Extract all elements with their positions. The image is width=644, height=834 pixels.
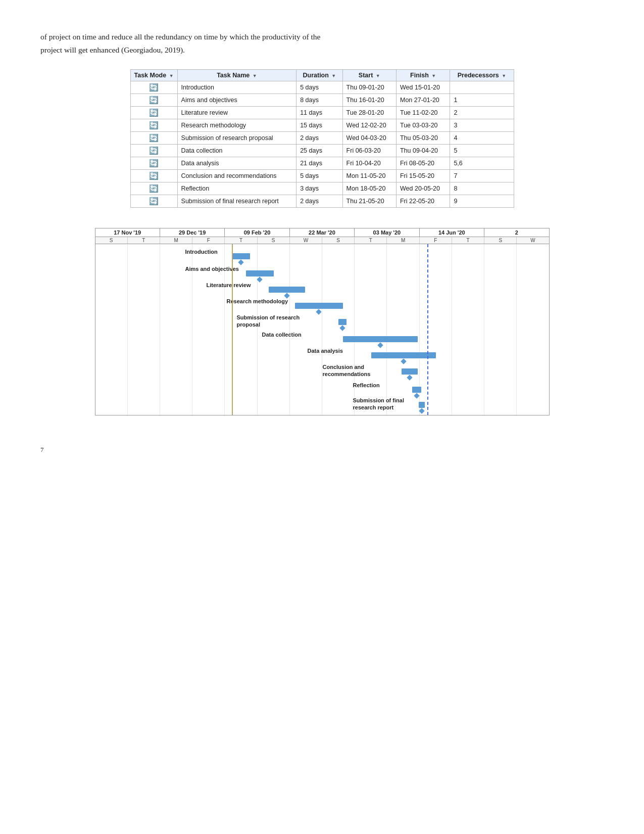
- gantt-day-label: F: [420, 237, 452, 244]
- finish-cell: Tue 03-03-20: [396, 119, 450, 131]
- gantt-bar: [371, 352, 436, 358]
- task-mode-cell: 🔄: [130, 144, 177, 157]
- gantt-vertical-line: [232, 244, 233, 415]
- duration-cell: 25 days: [296, 144, 342, 157]
- finish-cell: Tue 11-02-20: [396, 106, 450, 119]
- gantt-day-label: W: [517, 237, 549, 244]
- table-row: 🔄 Reflection 3 days Mon 18-05-20 Wed 20-…: [130, 182, 514, 195]
- task-mode-cell: 🔄: [130, 119, 177, 131]
- gantt-period-label: 22 Mar '20: [290, 228, 355, 237]
- task-mode-icon: 🔄: [149, 159, 159, 167]
- gantt-day-label: M: [160, 237, 192, 244]
- gantt-milestone: [407, 375, 412, 380]
- task-mode-cell: 🔄: [130, 94, 177, 106]
- gantt-task-label: Introduction: [185, 248, 218, 255]
- intro-paragraph: of project on time and reduce all the re…: [40, 30, 604, 57]
- gantt-day-label: S: [95, 237, 128, 244]
- gantt-chart: 17 Nov '1929 Dec '1909 Feb '2022 Mar '20…: [95, 228, 550, 415]
- task-name-cell: Conclusion and recommendations: [177, 169, 296, 182]
- task-name-cell: Submission of research proposal: [177, 131, 296, 144]
- gantt-bar: [269, 287, 305, 293]
- task-name-cell: Data collection: [177, 144, 296, 157]
- task-mode-icon: 🔄: [149, 184, 159, 192]
- gantt-milestone: [339, 325, 345, 331]
- start-cell: Thu 16-01-20: [342, 94, 396, 106]
- gantt-day-label: M: [387, 237, 419, 244]
- gantt-period-label: 09 Feb '20: [225, 228, 289, 237]
- pred-cell: 2: [450, 106, 514, 119]
- table-row: 🔄 Introduction 5 days Thu 09-01-20 Wed 1…: [130, 81, 514, 94]
- gantt-bar: [343, 336, 418, 342]
- col-task-name[interactable]: Task Name ▼: [177, 69, 296, 81]
- gantt-period-label: 17 Nov '19: [95, 228, 160, 237]
- task-mode-icon: 🔄: [149, 134, 159, 142]
- task-name-cell: Reflection: [177, 182, 296, 195]
- gantt-day-label: S: [322, 237, 355, 244]
- duration-cell: 5 days: [296, 169, 342, 182]
- intro-line2: project will get enhanced (Georgiadou, 2…: [40, 45, 185, 54]
- gantt-day-label: S: [484, 237, 517, 244]
- pred-cell: [450, 81, 514, 94]
- gantt-period-label: 29 Dec '19: [160, 228, 225, 237]
- task-name-cell: Literature review: [177, 106, 296, 119]
- col-duration[interactable]: Duration ▼: [296, 69, 342, 81]
- col-task-mode[interactable]: Task Mode ▼: [130, 69, 177, 81]
- gantt-task-label: Data collection: [262, 331, 302, 338]
- task-name-cell: Research methodology: [177, 119, 296, 131]
- duration-cell: 21 days: [296, 157, 342, 169]
- duration-cell: 11 days: [296, 106, 342, 119]
- duration-cell: 5 days: [296, 81, 342, 94]
- gantt-day-label: S: [258, 237, 290, 244]
- gantt-table-wrapper: Task Mode ▼ Task Name ▼ Duration ▼ Start…: [130, 69, 514, 208]
- task-mode-cell: 🔄: [130, 106, 177, 119]
- task-mode-cell: 🔄: [130, 182, 177, 195]
- col-predecessors[interactable]: Predecessors ▼: [450, 69, 514, 81]
- gantt-milestone: [377, 342, 383, 348]
- gantt-bar: [419, 402, 425, 408]
- table-row: 🔄 Submission of final research report 2 …: [130, 195, 514, 207]
- gantt-bar: [232, 253, 250, 259]
- gantt-bar: [412, 387, 421, 393]
- gantt-period-label: 2: [484, 228, 549, 237]
- pred-cell: 1: [450, 94, 514, 106]
- finish-cell: Mon 27-01-20: [396, 94, 450, 106]
- table-row: 🔄 Research methodology 15 days Wed 12-02…: [130, 119, 514, 131]
- col-finish[interactable]: Finish ▼: [396, 69, 450, 81]
- finish-cell: Wed 20-05-20: [396, 182, 450, 195]
- task-mode-icon: 🔄: [149, 121, 159, 129]
- intro-line1: of project on time and reduce all the re…: [40, 32, 320, 41]
- table-row: 🔄 Conclusion and recommendations 5 days …: [130, 169, 514, 182]
- gantt-task-label: Submission of research proposal: [237, 314, 300, 329]
- gantt-task-label: Literature review: [207, 282, 251, 289]
- finish-cell: Thu 05-03-20: [396, 131, 450, 144]
- gantt-day-label: T: [355, 237, 387, 244]
- duration-cell: 2 days: [296, 195, 342, 207]
- finish-cell: Fri 22-05-20: [396, 195, 450, 207]
- gantt-day-label: W: [290, 237, 322, 244]
- gantt-period-header: 17 Nov '1929 Dec '1909 Feb '2022 Mar '20…: [95, 228, 550, 237]
- col-start[interactable]: Start ▼: [342, 69, 396, 81]
- table-row: 🔄 Data analysis 21 days Fri 10-04-20 Fri…: [130, 157, 514, 169]
- gantt-bar: [295, 303, 343, 309]
- gantt-milestone: [238, 259, 243, 265]
- page-number: 7: [40, 446, 604, 454]
- task-mode-cell: 🔄: [130, 169, 177, 182]
- task-name-cell: Data analysis: [177, 157, 296, 169]
- gantt-day-label: T: [128, 237, 160, 244]
- task-name-cell: Aims and objectives: [177, 94, 296, 106]
- task-mode-icon: 🔄: [149, 147, 159, 154]
- gantt-milestone: [419, 408, 424, 413]
- duration-cell: 3 days: [296, 182, 342, 195]
- gantt-period-label: 14 Jun '20: [420, 228, 484, 237]
- task-mode-cell: 🔄: [130, 81, 177, 94]
- table-row: 🔄 Literature review 11 days Tue 28-01-20…: [130, 106, 514, 119]
- gantt-task-label: Aims and objectives: [185, 265, 239, 272]
- task-mode-icon: 🔄: [149, 83, 159, 91]
- pred-cell: 7: [450, 169, 514, 182]
- gantt-task-label: Data analysis: [308, 347, 343, 354]
- gantt-bar: [246, 270, 274, 276]
- gantt-body: IntroductionAims and objectivesLiteratur…: [95, 244, 550, 415]
- gantt-table: Task Mode ▼ Task Name ▼ Duration ▼ Start…: [130, 69, 514, 208]
- task-mode-cell: 🔄: [130, 157, 177, 169]
- gantt-days-row: STMFTSWSTMFTSW: [95, 237, 550, 244]
